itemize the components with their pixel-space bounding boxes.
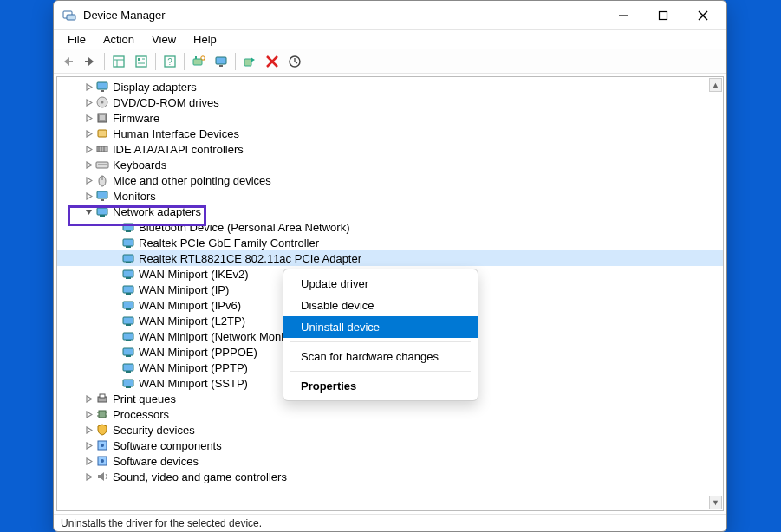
window-title: Device Manager: [83, 9, 603, 22]
expand-icon[interactable]: [83, 175, 94, 185]
monitor-icon: [95, 189, 109, 203]
expand-icon[interactable]: [83, 393, 94, 404]
net-icon: [121, 251, 135, 265]
svg-rect-53: [126, 277, 131, 279]
expand-icon[interactable]: [83, 191, 94, 201]
svg-rect-47: [126, 230, 131, 232]
tree-item-label: DVD/CD-ROM drives: [113, 96, 219, 109]
tree-item-label: Security devices: [113, 424, 195, 437]
tree-item-label: WAN Miniport (IKEv2): [139, 268, 249, 281]
ide-icon: [95, 142, 109, 156]
monitor-button[interactable]: [211, 52, 231, 71]
tree-item-top-1[interactable]: DVD/CD-ROM drives: [57, 94, 723, 110]
tree-item-label: Realtek RTL8821CE 802.11ac PCIe Adapter: [139, 252, 361, 265]
svg-rect-58: [123, 317, 133, 324]
menu-file[interactable]: File: [61, 32, 93, 47]
menu-action[interactable]: Action: [96, 32, 141, 47]
window-buttons: [603, 3, 723, 29]
tree-item-top-0[interactable]: Display adapters: [57, 79, 723, 94]
net-icon: [121, 329, 135, 343]
tree-item-bot-1[interactable]: Processors: [57, 406, 723, 422]
tree-item-top-5[interactable]: Keyboards: [57, 157, 723, 172]
back-button[interactable]: [57, 52, 78, 71]
expand-icon[interactable]: [83, 113, 94, 123]
tree-item-top-4[interactable]: IDE ATA/ATAPI controllers: [57, 141, 723, 157]
svg-rect-21: [216, 57, 226, 64]
context-menu-item[interactable]: Uninstall device: [283, 316, 478, 338]
net-icon: [121, 236, 135, 250]
context-menu-item[interactable]: Scan for hardware changes: [283, 346, 478, 367]
svg-rect-54: [123, 286, 133, 293]
tree-item-label: Human Interface Devices: [113, 127, 239, 140]
tree-item-top-3[interactable]: Human Interface Devices: [57, 126, 723, 141]
svg-rect-59: [126, 324, 131, 326]
menu-help[interactable]: Help: [186, 32, 224, 47]
show-hide-button[interactable]: [108, 52, 129, 71]
expand-icon[interactable]: [83, 409, 94, 419]
expand-icon: [109, 253, 120, 263]
toolbar: ?: [54, 49, 726, 74]
tree-item-label: Processors: [113, 408, 169, 421]
svg-rect-32: [100, 115, 105, 120]
enable-button[interactable]: [239, 52, 260, 71]
minimize-button[interactable]: [603, 3, 643, 29]
tree-item-bot-2[interactable]: Security devices: [57, 422, 723, 438]
tree-item-bot-4[interactable]: Software devices: [57, 453, 723, 469]
context-menu-item[interactable]: Update driver: [283, 273, 478, 295]
expand-icon[interactable]: [83, 425, 94, 435]
status-text: Uninstalls the driver for the selected d…: [61, 517, 262, 529]
net-icon: [121, 376, 135, 390]
tree-item-net-0[interactable]: Bluetooth Device (Personal Area Network): [57, 219, 723, 235]
menu-view[interactable]: View: [145, 32, 183, 47]
tree-item-top-6[interactable]: Mice and other pointing devices: [57, 172, 723, 188]
tree-item-bot-3[interactable]: Software components: [57, 438, 723, 453]
close-button[interactable]: [683, 3, 723, 29]
expand-icon[interactable]: [83, 456, 94, 466]
context-menu-separator: [290, 341, 471, 342]
scan-button[interactable]: [188, 52, 209, 71]
print-icon: [95, 392, 109, 405]
context-menu-item[interactable]: Disable device: [283, 295, 478, 316]
device-manager-window: Device Manager File Action View Help ? D…: [53, 0, 727, 532]
help-button[interactable]: ?: [159, 52, 180, 71]
tree-item-net-1[interactable]: Realtek PCIe GbE Family Controller: [57, 235, 723, 250]
svg-point-78: [101, 459, 104, 463]
toolbar-separator: [155, 53, 156, 70]
svg-rect-44: [97, 208, 107, 215]
expand-icon[interactable]: [83, 159, 94, 170]
svg-rect-46: [123, 224, 133, 230]
hid-icon: [95, 127, 109, 140]
expand-icon[interactable]: [83, 97, 94, 107]
tree-item-bot-5[interactable]: Sound, video and game controllers: [57, 469, 723, 484]
expand-icon[interactable]: [83, 81, 94, 92]
svg-rect-50: [123, 255, 133, 262]
expand-icon[interactable]: [83, 471, 94, 482]
svg-rect-11: [136, 56, 146, 67]
soft-icon: [95, 438, 109, 452]
tree-item-top-7[interactable]: Monitors: [57, 188, 723, 204]
maximize-button[interactable]: [643, 3, 683, 29]
tree-item-network-adapters[interactable]: Network adapters: [57, 204, 723, 219]
expand-icon[interactable]: [83, 144, 94, 154]
mouse-icon: [95, 173, 109, 187]
tree-item-label: IDE ATA/ATAPI controllers: [113, 143, 244, 156]
forward-button[interactable]: [80, 52, 101, 71]
uninstall-button[interactable]: [262, 52, 283, 71]
tree-item-label: Network adapters: [113, 205, 201, 218]
titlebar: Device Manager: [54, 1, 726, 30]
tree-item-label: Mice and other pointing devices: [113, 174, 271, 187]
expand-icon[interactable]: [83, 128, 94, 139]
tree-item-net-2[interactable]: Realtek RTL8821CE 802.11ac PCIe Adapter: [57, 250, 723, 266]
context-menu-item[interactable]: Properties: [283, 375, 478, 397]
keyboard-icon: [95, 158, 109, 172]
net-icon: [121, 282, 135, 296]
svg-rect-69: [100, 394, 105, 398]
expand-icon[interactable]: [83, 440, 94, 451]
tree-item-top-2[interactable]: Firmware: [57, 110, 723, 126]
expand-icon: [109, 222, 120, 232]
expand-icon[interactable]: [83, 206, 94, 217]
scroll-up-button[interactable]: ▲: [709, 78, 722, 92]
properties-button[interactable]: [131, 52, 152, 71]
update-button[interactable]: [284, 52, 305, 71]
scroll-down-button[interactable]: ▼: [709, 496, 722, 509]
